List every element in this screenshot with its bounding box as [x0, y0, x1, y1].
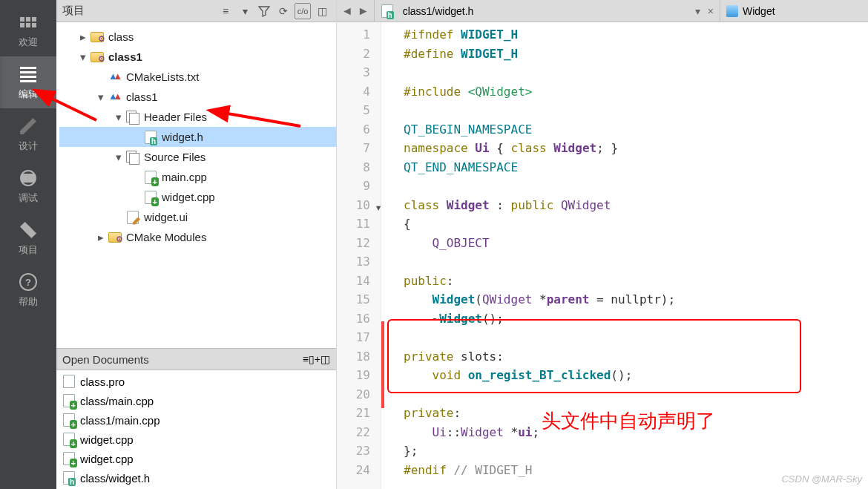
open-docs-list: class.pro class/main.cpp class1/main.cpp… [56, 370, 336, 489]
tree-label: class1 [126, 91, 158, 103]
list-item[interactable]: class.pro [56, 372, 336, 391]
forward-icon[interactable]: ► [358, 4, 369, 18]
code-editor[interactable]: #ifndef WIDGET_H #define WIDGET_H #inclu… [381, 22, 868, 489]
tree-main-cpp[interactable]: main.cpp [59, 167, 336, 187]
sync-icon[interactable]: ⟳ [275, 3, 292, 19]
project-tree[interactable]: class class1 CMakeLists.txt class1 Heade [56, 22, 336, 348]
tree-cmake-modules[interactable]: CMake Modules [59, 227, 336, 247]
nav-edit[interactable]: 编辑 [0, 56, 56, 108]
grid-icon [18, 12, 39, 33]
project-panel: 项目 ≡ ▾ ⟳ c/o ◫ class class1 CMakeLists. [56, 0, 337, 489]
nav-design[interactable]: 设计 [0, 108, 56, 160]
lines-icon [18, 64, 39, 85]
editor-top-bar: ◄ ► class1/widget.h ▾ × Widget [337, 0, 868, 22]
tree-label: Header Files [144, 111, 207, 123]
tree-class1-sub[interactable]: class1 [59, 87, 336, 107]
split-icon[interactable]: ◫ [314, 3, 330, 19]
list-item[interactable]: class/main.cpp [56, 391, 336, 410]
tree-cmakelists[interactable]: CMakeLists.txt [59, 67, 336, 87]
tree-label: widget.cpp [162, 191, 215, 203]
tree-label: class1 [108, 50, 142, 63]
nav-debug-label: 调试 [19, 191, 38, 205]
tree-widget-ui[interactable]: widget.ui [59, 207, 336, 227]
tree-label: CMakeLists.txt [126, 70, 199, 83]
tree-label: CMake Modules [126, 231, 206, 243]
list-item[interactable]: widget.cpp [56, 430, 336, 449]
sort-icon[interactable]: ≡ [217, 3, 234, 19]
tree-source-files[interactable]: Source Files [59, 147, 336, 167]
project-panel-title: 项目 [62, 4, 214, 18]
file-tab-label: class1/widget.h [403, 5, 474, 17]
nav-edit-label: 编辑 [19, 88, 38, 101]
collapse-icon[interactable]: ◫ [320, 353, 330, 365]
symbol-tab-label: Widget [743, 5, 775, 17]
tree-label: widget.ui [144, 211, 188, 223]
list-item[interactable]: class/widget.h [56, 468, 336, 488]
back-icon[interactable]: ◄ [341, 4, 353, 18]
file-tab[interactable]: class1/widget.h ▾ × [374, 0, 720, 22]
tree-class1[interactable]: class1 [59, 47, 336, 67]
tree-widget-cpp[interactable]: widget.cpp [59, 187, 336, 207]
link-icon[interactable]: c/o [295, 3, 311, 19]
widget-icon [726, 5, 738, 17]
help-icon: ? [18, 272, 39, 292]
nav-debug[interactable]: 调试 [0, 160, 56, 212]
nav-project-label: 项目 [19, 243, 38, 257]
nav-help[interactable]: ? 帮助 [0, 264, 56, 316]
nav-welcome-label: 欢迎 [19, 36, 38, 49]
project-panel-header: 项目 ≡ ▾ ⟳ c/o ◫ [56, 0, 336, 22]
tree-label: widget.h [162, 131, 203, 143]
tree-label: main.cpp [162, 171, 207, 183]
tree-header-files[interactable]: Header Files [59, 107, 336, 127]
nav-project[interactable]: 项目 [0, 212, 56, 264]
history-nav: ◄ ► [337, 0, 374, 22]
left-nav: 欢迎 编辑 设计 调试 项目 ? 帮助 [0, 0, 56, 489]
line-number-gutter: 1 2 3 4 5 6 7 8 9 10 11 12 13 14 15 16 1… [337, 22, 381, 489]
split-icon[interactable]: ▯+ [309, 353, 320, 365]
tree-class[interactable]: class [59, 27, 336, 47]
list-item[interactable]: widget.cpp [56, 449, 336, 468]
open-docs-header: Open Documents ≡ ▯+ ◫ [56, 348, 336, 370]
open-docs-title: Open Documents [62, 353, 303, 366]
nav-help-label: 帮助 [19, 295, 38, 309]
nav-design-label: 设计 [19, 140, 38, 153]
list-item[interactable]: class1/main.cpp [56, 410, 336, 430]
tree-label: Source Files [144, 151, 206, 163]
close-icon[interactable]: × [708, 5, 714, 17]
pencil-icon [18, 116, 39, 137]
tree-widget-h[interactable]: widget.h [59, 127, 336, 147]
symbol-tab[interactable]: Widget [720, 0, 868, 22]
bug-icon [18, 168, 39, 188]
sort-icon[interactable]: ≡ [303, 353, 309, 365]
editor-area: ◄ ► class1/widget.h ▾ × Widget 1 2 3 4 5 [337, 0, 868, 489]
wrench-icon [18, 220, 39, 240]
filter-icon[interactable] [256, 3, 272, 19]
chevron-down-icon[interactable]: ▾ [695, 5, 700, 17]
tree-label: class [108, 30, 134, 43]
dropdown-icon[interactable]: ▾ [237, 3, 253, 19]
nav-welcome[interactable]: 欢迎 [0, 4, 56, 56]
